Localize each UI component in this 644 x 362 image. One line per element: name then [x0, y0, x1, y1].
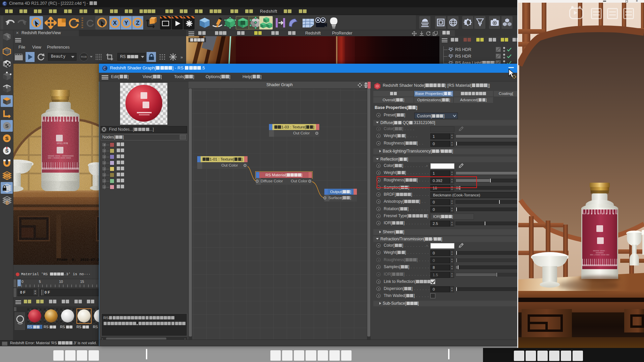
svg-text:Y: Y: [124, 20, 128, 26]
svg-text:X: X: [113, 20, 117, 26]
svg-text:S: S: [5, 135, 8, 141]
svg-text:Z: Z: [136, 20, 139, 26]
svg-text:S: S: [5, 123, 8, 129]
svg-text:(): (): [6, 200, 9, 205]
